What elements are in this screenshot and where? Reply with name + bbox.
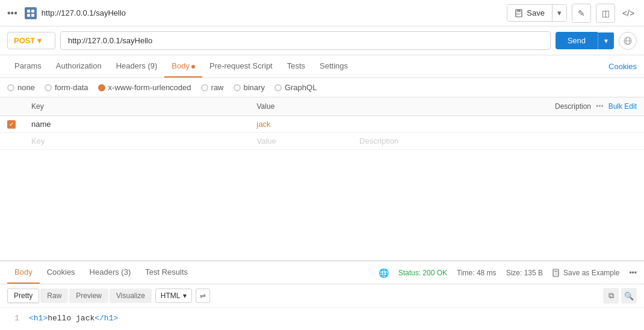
radio-none[interactable]: none (7, 83, 35, 92)
bulk-edit-button[interactable]: Bulk Edit (608, 102, 637, 111)
status-size: Size: 135 B (506, 269, 543, 277)
empty-checkbox-cell (0, 133, 24, 150)
response-tab-headers[interactable]: Headers (3) (82, 261, 138, 284)
svg-rect-1 (31, 10, 34, 13)
desc-placeholder: Description (359, 136, 398, 145)
tab-params[interactable]: Params (7, 55, 49, 78)
url-input[interactable] (60, 31, 551, 50)
radio-formdata[interactable]: form-data (45, 83, 88, 92)
status-time: Time: 48 ms (457, 269, 497, 277)
response-tabs-bar: Body Cookies Headers (3) Test Results 🌐 … (0, 261, 644, 284)
svg-rect-3 (31, 14, 34, 17)
fmt-tab-preview[interactable]: Preview (69, 289, 108, 303)
body-type-selector: none form-data x-www-form-urlencoded raw… (0, 78, 644, 97)
save-button[interactable]: Save (507, 5, 552, 21)
status-bar: 🌐 Status: 200 OK Time: 48 ms Size: 135 B… (379, 268, 637, 278)
svg-rect-7 (516, 14, 520, 15)
save-icon (515, 9, 523, 17)
svg-rect-13 (554, 273, 559, 274)
row-key-cell[interactable]: name (24, 116, 250, 133)
send-chevron-button[interactable]: ▾ (598, 32, 614, 49)
th-key: Key (24, 97, 250, 116)
env-icon (623, 36, 633, 46)
svg-rect-2 (27, 14, 30, 17)
response-tab-body[interactable]: Body (7, 261, 40, 284)
empty-desc-cell[interactable]: Description (352, 133, 644, 150)
response-tab-cookies[interactable]: Cookies (40, 261, 82, 284)
svg-rect-0 (27, 10, 30, 13)
radio-graphql-circle (274, 84, 282, 91)
radio-graphql[interactable]: GraphQL (274, 83, 317, 92)
tab-title: http://127.0.0.1/sayHello (42, 8, 503, 17)
code-tag-open: <h1> (29, 314, 48, 323)
format-bar: Pretty Raw Preview Visualize HTML ▾ ⇌ ⧉ … (0, 284, 644, 308)
code-tag-close: </h1> (94, 314, 118, 323)
empty-value-cell[interactable]: Value (250, 133, 353, 150)
th-more-icon[interactable]: ••• (596, 102, 604, 111)
table-row: ✓ name jack (0, 116, 644, 133)
save-example-button[interactable]: Save as Example (553, 269, 619, 277)
th-actions: Description ••• Bulk Edit (359, 102, 637, 111)
code-button[interactable]: </> (620, 5, 637, 22)
row-value: jack (257, 120, 271, 129)
body-dot (191, 65, 195, 69)
environment-selector[interactable] (619, 32, 637, 50)
tab-icon (25, 7, 37, 19)
globe-icon: 🌐 (379, 268, 389, 278)
params-table-container: Key Value Description ••• Bulk Edit ✓ (0, 97, 644, 150)
value-placeholder: Value (257, 136, 276, 145)
window-controls[interactable]: ••• (7, 8, 17, 19)
svg-rect-12 (554, 270, 557, 272)
send-button-group: Send ▾ (556, 32, 614, 49)
radio-none-circle (7, 84, 14, 91)
line-number: 1 (7, 313, 19, 325)
response-section: Body Cookies Headers (3) Test Results 🌐 … (0, 260, 644, 330)
table-header-row: Key Value Description ••• Bulk Edit (0, 97, 644, 116)
radio-raw[interactable]: raw (201, 83, 224, 92)
radio-binary-circle (234, 84, 241, 91)
more-options-button[interactable]: ••• (629, 269, 637, 277)
response-code-area: 1 <h1>hello jack</h1> (0, 308, 644, 330)
row-value-cell[interactable]: jack (250, 116, 353, 133)
fmt-tab-visualize[interactable]: Visualize (110, 289, 152, 303)
tab-authorization[interactable]: Authorization (49, 55, 109, 78)
fmt-tab-pretty[interactable]: Pretty (7, 289, 39, 303)
svg-rect-14 (554, 275, 557, 275)
tab-headers[interactable]: Headers (9) (109, 55, 165, 78)
radio-binary[interactable]: binary (234, 83, 265, 92)
row-checkbox-cell[interactable]: ✓ (0, 116, 24, 133)
code-content: <h1>hello jack</h1> (29, 313, 118, 325)
format-select[interactable]: HTML ▾ (155, 289, 192, 303)
comment-button[interactable]: ◫ (596, 4, 615, 23)
th-checkbox (0, 97, 24, 116)
request-tabs: Params Authorization Headers (9) Body Pr… (0, 55, 644, 78)
radio-urlencoded-circle (98, 84, 105, 91)
save-chevron-button[interactable]: ▾ (552, 5, 566, 21)
key-placeholder: Key (31, 136, 45, 145)
code-text: hello jack (48, 314, 94, 323)
status-label: Status: 200 OK (398, 269, 447, 277)
edit-button[interactable]: ✎ (572, 4, 591, 23)
tab-prerequest[interactable]: Pre-request Script (202, 55, 280, 78)
th-description: Description ••• Bulk Edit (352, 97, 644, 116)
tab-body[interactable]: Body (164, 55, 202, 78)
row-checkbox[interactable]: ✓ (7, 120, 16, 129)
fmt-tab-raw[interactable]: Raw (40, 289, 68, 303)
th-value: Value (250, 97, 353, 116)
row-desc-cell[interactable] (352, 116, 644, 133)
send-button[interactable]: Send (556, 32, 598, 49)
search-button[interactable]: 🔍 (621, 288, 637, 304)
svg-rect-5 (517, 10, 521, 12)
tab-tests[interactable]: Tests (280, 55, 312, 78)
empty-key-cell[interactable]: Key (24, 133, 250, 150)
save-button-group: Save ▾ (507, 4, 567, 22)
radio-urlencoded[interactable]: x-www-form-urlencoded (98, 83, 191, 92)
url-bar: POST ▾ Send ▾ (0, 26, 644, 55)
response-tab-test-results[interactable]: Test Results (138, 261, 195, 284)
wrap-icon[interactable]: ⇌ (196, 289, 210, 303)
svg-rect-11 (553, 269, 559, 277)
copy-button[interactable]: ⧉ (603, 288, 619, 304)
method-selector[interactable]: POST ▾ (7, 32, 55, 49)
cookies-link[interactable]: Cookies (608, 56, 637, 77)
tab-settings[interactable]: Settings (312, 55, 355, 78)
